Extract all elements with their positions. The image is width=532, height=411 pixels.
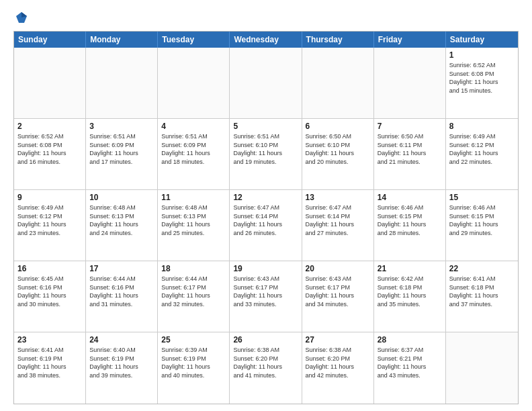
day-number: 15: [449, 193, 515, 202]
day-number: 17: [89, 264, 154, 273]
header: [13, 11, 519, 24]
cell-info: Sunrise: 6:48 AM Sunset: 6:13 PM Dayligh…: [89, 203, 154, 237]
day-number: 7: [378, 122, 442, 131]
cell-info: Sunrise: 6:47 AM Sunset: 6:14 PM Dayligh…: [233, 203, 298, 237]
cell-info: Sunrise: 6:50 AM Sunset: 6:11 PM Dayligh…: [378, 132, 442, 166]
day-number: 14: [378, 193, 442, 202]
day-number: 23: [17, 335, 82, 345]
calendar-cell-0-6: 1Sunrise: 6:52 AM Sunset: 6:08 PM Daylig…: [446, 48, 518, 118]
day-number: 27: [306, 335, 370, 345]
calendar-body: 1Sunrise: 6:52 AM Sunset: 6:08 PM Daylig…: [14, 48, 518, 404]
calendar-row-3: 16Sunrise: 6:45 AM Sunset: 6:16 PM Dayli…: [14, 261, 518, 332]
calendar-cell-4-2: 25Sunrise: 6:39 AM Sunset: 6:19 PM Dayli…: [158, 332, 230, 404]
day-number: 22: [449, 264, 515, 273]
day-number: 25: [161, 335, 226, 345]
calendar-cell-1-5: 7Sunrise: 6:50 AM Sunset: 6:11 PM Daylig…: [374, 119, 446, 189]
cell-info: Sunrise: 6:43 AM Sunset: 6:17 PM Dayligh…: [233, 275, 298, 308]
weekday-header-monday: Monday: [86, 32, 158, 48]
calendar-cell-1-2: 4Sunrise: 6:51 AM Sunset: 6:09 PM Daylig…: [158, 119, 230, 189]
calendar-cell-0-0: [14, 48, 86, 118]
cell-info: Sunrise: 6:39 AM Sunset: 6:19 PM Dayligh…: [161, 346, 226, 379]
day-number: 21: [378, 264, 442, 273]
calendar-cell-2-3: 12Sunrise: 6:47 AM Sunset: 6:14 PM Dayli…: [230, 190, 302, 261]
day-number: 13: [306, 193, 370, 202]
calendar-cell-1-3: 5Sunrise: 6:51 AM Sunset: 6:10 PM Daylig…: [230, 119, 302, 189]
cell-info: Sunrise: 6:49 AM Sunset: 6:12 PM Dayligh…: [17, 203, 82, 237]
calendar-cell-2-2: 11Sunrise: 6:48 AM Sunset: 6:13 PM Dayli…: [158, 190, 230, 261]
calendar-cell-0-2: [158, 48, 230, 118]
day-number: 8: [449, 122, 515, 131]
cell-info: Sunrise: 6:48 AM Sunset: 6:13 PM Dayligh…: [161, 203, 226, 237]
cell-info: Sunrise: 6:44 AM Sunset: 6:16 PM Dayligh…: [89, 275, 154, 308]
calendar-cell-2-6: 15Sunrise: 6:46 AM Sunset: 6:15 PM Dayli…: [446, 190, 518, 261]
cell-info: Sunrise: 6:41 AM Sunset: 6:18 PM Dayligh…: [449, 275, 515, 308]
cell-info: Sunrise: 6:47 AM Sunset: 6:14 PM Dayligh…: [306, 203, 370, 237]
calendar-cell-4-5: 28Sunrise: 6:37 AM Sunset: 6:21 PM Dayli…: [374, 332, 446, 404]
day-number: 3: [89, 122, 154, 131]
cell-info: Sunrise: 6:52 AM Sunset: 6:08 PM Dayligh…: [449, 61, 515, 95]
cell-info: Sunrise: 6:51 AM Sunset: 6:09 PM Dayligh…: [161, 132, 226, 166]
calendar-cell-1-6: 8Sunrise: 6:49 AM Sunset: 6:12 PM Daylig…: [446, 119, 518, 189]
calendar-cell-3-1: 17Sunrise: 6:44 AM Sunset: 6:16 PM Dayli…: [86, 261, 158, 332]
calendar-cell-4-3: 26Sunrise: 6:38 AM Sunset: 6:20 PM Dayli…: [230, 332, 302, 404]
day-number: 9: [17, 193, 82, 202]
cell-info: Sunrise: 6:51 AM Sunset: 6:10 PM Dayligh…: [233, 132, 298, 166]
weekday-header-friday: Friday: [374, 32, 446, 48]
cell-info: Sunrise: 6:52 AM Sunset: 6:08 PM Dayligh…: [17, 132, 82, 166]
calendar-cell-2-1: 10Sunrise: 6:48 AM Sunset: 6:13 PM Dayli…: [86, 190, 158, 261]
cell-info: Sunrise: 6:49 AM Sunset: 6:12 PM Dayligh…: [449, 132, 515, 166]
day-number: 5: [233, 122, 298, 131]
calendar-cell-4-0: 23Sunrise: 6:41 AM Sunset: 6:19 PM Dayli…: [14, 332, 86, 404]
cell-info: Sunrise: 6:41 AM Sunset: 6:19 PM Dayligh…: [17, 346, 82, 379]
calendar-row-4: 23Sunrise: 6:41 AM Sunset: 6:19 PM Dayli…: [14, 332, 518, 404]
weekday-header-sunday: Sunday: [14, 32, 86, 48]
day-number: 12: [233, 193, 298, 202]
day-number: 10: [89, 193, 154, 202]
cell-info: Sunrise: 6:43 AM Sunset: 6:17 PM Dayligh…: [306, 275, 370, 308]
calendar-row-0: 1Sunrise: 6:52 AM Sunset: 6:08 PM Daylig…: [14, 48, 518, 119]
calendar-cell-3-2: 18Sunrise: 6:44 AM Sunset: 6:17 PM Dayli…: [158, 261, 230, 332]
cell-info: Sunrise: 6:50 AM Sunset: 6:10 PM Dayligh…: [306, 132, 370, 166]
cell-info: Sunrise: 6:45 AM Sunset: 6:16 PM Dayligh…: [17, 275, 82, 308]
weekday-header-tuesday: Tuesday: [158, 32, 230, 48]
calendar-cell-3-5: 21Sunrise: 6:42 AM Sunset: 6:18 PM Dayli…: [374, 261, 446, 332]
cell-info: Sunrise: 6:51 AM Sunset: 6:09 PM Dayligh…: [89, 132, 154, 166]
calendar-cell-4-1: 24Sunrise: 6:40 AM Sunset: 6:19 PM Dayli…: [86, 332, 158, 404]
logo: [13, 11, 28, 24]
calendar-cell-0-5: [374, 48, 446, 118]
calendar-cell-4-4: 27Sunrise: 6:38 AM Sunset: 6:20 PM Dayli…: [302, 332, 374, 404]
cell-info: Sunrise: 6:37 AM Sunset: 6:21 PM Dayligh…: [378, 346, 442, 379]
page: SundayMondayTuesdayWednesdayThursdayFrid…: [0, 0, 532, 411]
calendar-cell-2-4: 13Sunrise: 6:47 AM Sunset: 6:14 PM Dayli…: [302, 190, 374, 261]
calendar-row-1: 2Sunrise: 6:52 AM Sunset: 6:08 PM Daylig…: [14, 119, 518, 190]
calendar-row-2: 9Sunrise: 6:49 AM Sunset: 6:12 PM Daylig…: [14, 190, 518, 261]
day-number: 19: [233, 264, 298, 273]
day-number: 18: [161, 264, 226, 273]
day-number: 11: [161, 193, 226, 202]
day-number: 24: [89, 335, 154, 345]
calendar-header: SundayMondayTuesdayWednesdayThursdayFrid…: [14, 32, 518, 48]
calendar-cell-3-6: 22Sunrise: 6:41 AM Sunset: 6:18 PM Dayli…: [446, 261, 518, 332]
calendar-cell-3-4: 20Sunrise: 6:43 AM Sunset: 6:17 PM Dayli…: [302, 261, 374, 332]
calendar-cell-0-3: [230, 48, 302, 118]
weekday-header-saturday: Saturday: [446, 32, 518, 48]
weekday-header-thursday: Thursday: [302, 32, 374, 48]
calendar-cell-1-4: 6Sunrise: 6:50 AM Sunset: 6:10 PM Daylig…: [302, 119, 374, 189]
cell-info: Sunrise: 6:44 AM Sunset: 6:17 PM Dayligh…: [161, 275, 226, 308]
weekday-header-wednesday: Wednesday: [230, 32, 302, 48]
cell-info: Sunrise: 6:38 AM Sunset: 6:20 PM Dayligh…: [233, 346, 298, 379]
day-number: 4: [161, 122, 226, 131]
day-number: 16: [17, 264, 82, 273]
day-number: 20: [306, 264, 370, 273]
logo-icon: [15, 11, 28, 24]
calendar-cell-0-1: [86, 48, 158, 118]
calendar-cell-3-0: 16Sunrise: 6:45 AM Sunset: 6:16 PM Dayli…: [14, 261, 86, 332]
cell-info: Sunrise: 6:42 AM Sunset: 6:18 PM Dayligh…: [378, 275, 442, 308]
cell-info: Sunrise: 6:46 AM Sunset: 6:15 PM Dayligh…: [378, 203, 442, 237]
calendar-cell-2-5: 14Sunrise: 6:46 AM Sunset: 6:15 PM Dayli…: [374, 190, 446, 261]
day-number: 2: [17, 122, 82, 131]
calendar-cell-2-0: 9Sunrise: 6:49 AM Sunset: 6:12 PM Daylig…: [14, 190, 86, 261]
calendar-cell-3-3: 19Sunrise: 6:43 AM Sunset: 6:17 PM Dayli…: [230, 261, 302, 332]
cell-info: Sunrise: 6:38 AM Sunset: 6:20 PM Dayligh…: [306, 346, 370, 379]
day-number: 6: [306, 122, 370, 131]
